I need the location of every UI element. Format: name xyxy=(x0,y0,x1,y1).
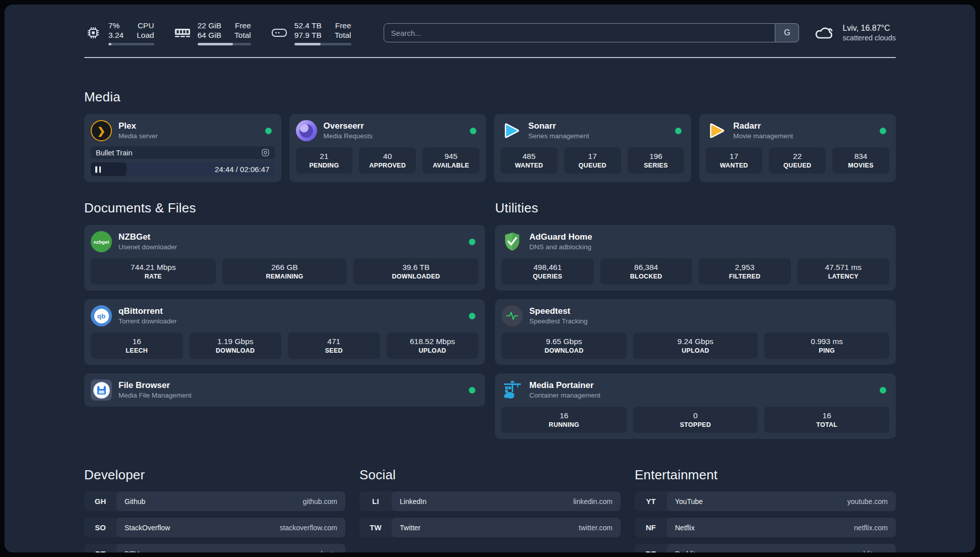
app-subtitle: Movie management xyxy=(733,132,874,141)
weather-location-temp: Lviv, 16.87°C xyxy=(842,23,896,33)
stat-blocked: 86,384 BLOCKED xyxy=(600,258,693,285)
bookmark-abbr: NF xyxy=(635,518,667,537)
stat-filtered: 2,953 FILTERED xyxy=(699,258,791,285)
app-card-filebrowser[interactable]: File Browser Media File Management xyxy=(84,373,485,407)
status-dot-online xyxy=(469,313,475,319)
topbar: 7% 3.24 CPU Load xyxy=(84,19,896,47)
section-title-social: Social xyxy=(359,467,621,483)
memory-progress-bar xyxy=(198,43,251,45)
bookmark-name: YouTube xyxy=(675,497,703,506)
section-title-entertainment: Entertainment xyxy=(635,467,896,483)
disk-icon xyxy=(270,25,288,40)
search-engine-button[interactable]: G xyxy=(775,23,799,42)
section-social: Social LI LinkedIn linkedin.com TW Twitt… xyxy=(359,467,621,552)
bookmark-name: DEV xyxy=(125,550,139,553)
now-playing-title: Bullet Train xyxy=(96,149,133,157)
memory-metric: 22 GiB 64 GiB Free Total xyxy=(173,21,251,45)
bookmark-name: Netflix xyxy=(675,524,695,532)
bookmark-name: Reddit xyxy=(675,550,695,553)
bookmark-dev[interactable]: DT DEV dev.to xyxy=(84,544,345,552)
bookmark-name: Github xyxy=(125,497,145,506)
memory-progress-fill xyxy=(198,43,233,45)
weather-widget: Lviv, 16.87°C scattered clouds xyxy=(814,23,896,43)
memory-free-value: 22 GiB xyxy=(198,21,221,30)
session-icon[interactable] xyxy=(261,148,270,157)
bookmark-name: LinkedIn xyxy=(400,497,426,506)
plex-icon: ❯ xyxy=(91,120,112,141)
app-card-overseerr[interactable]: Overseerr Media Requests 21 PENDING 40 A… xyxy=(289,114,486,182)
stat-stopped: 0 STOPPED xyxy=(633,407,758,433)
app-card-sonarr[interactable]: Sonarr Series management 485 WANTED 17 Q… xyxy=(494,114,691,182)
app-card-portainer[interactable]: Media Portainer Container management 16 … xyxy=(495,373,896,439)
weather-condition: scattered clouds xyxy=(842,33,896,43)
stat-total: 16 TOTAL xyxy=(764,407,889,433)
section-title-utilities: Utilities xyxy=(495,200,896,216)
bookmark-reddit[interactable]: RE Reddit reddit.com xyxy=(635,544,896,552)
window-frame: 7% 3.24 CPU Load xyxy=(0,0,980,557)
section-title-developer: Developer xyxy=(84,467,345,483)
cpu-load-label: Load xyxy=(137,30,154,40)
app-title: Sonarr xyxy=(528,121,668,132)
bookmark-twitter[interactable]: TW Twitter twitter.com xyxy=(359,518,621,537)
section-title-documents: Documents & Files xyxy=(84,200,485,216)
bookmark-abbr: TW xyxy=(359,518,392,537)
playback-time: 24:44 / 02:06:47 xyxy=(215,162,269,176)
app-card-adguard[interactable]: AdGuard Home DNS and adblocking 498,461 … xyxy=(495,225,896,291)
bookmark-youtube[interactable]: YT YouTube youtube.com xyxy=(635,491,896,511)
bookmark-linkedin[interactable]: LI LinkedIn linkedin.com xyxy=(359,491,621,511)
cpu-usage-value: 7% xyxy=(108,21,124,30)
bookmark-github[interactable]: GH Github github.com xyxy=(84,491,345,511)
stat-latency: 47.571 ms LATENCY xyxy=(798,258,890,285)
app-card-qbittorrent[interactable]: qb qBittorrent Torrent downloader 16 LEE… xyxy=(84,299,485,365)
search-input[interactable] xyxy=(384,24,799,42)
stat-seed: 471 SEED xyxy=(288,332,380,359)
playback-progress-bar[interactable]: 24:44 / 02:06:47 xyxy=(91,162,275,176)
bookmark-url: github.com xyxy=(303,497,337,506)
bookmark-url: reddit.com xyxy=(855,550,888,553)
app-card-plex[interactable]: ❯ Plex Media server Bullet Train xyxy=(84,114,281,182)
section-title-media: Media xyxy=(84,89,896,105)
cpu-metric: 7% 3.24 CPU Load xyxy=(84,21,154,45)
cpu-label: CPU xyxy=(137,21,154,30)
overseerr-icon xyxy=(296,120,317,141)
bookmark-url: twitter.com xyxy=(579,524,612,532)
app-title: Speedtest xyxy=(529,306,889,317)
app-title: Overseerr xyxy=(324,121,464,132)
bookmark-url: stackoverflow.com xyxy=(280,524,337,532)
section-media: Media ❯ Plex Media server Bullet Train xyxy=(84,89,896,182)
stat-upload: 618.52 Mbps UPLOAD xyxy=(387,332,479,359)
disk-metric: 52.4 TB 97.9 TB Free Total xyxy=(270,21,351,45)
app-subtitle: Usenet downloader xyxy=(118,243,462,252)
stat-running: 16 RUNNING xyxy=(502,407,627,433)
bookmark-netflix[interactable]: NF Netflix netflix.com xyxy=(635,518,896,537)
disk-progress-fill xyxy=(294,43,321,45)
cpu-progress-bar xyxy=(108,43,154,45)
bookmark-abbr: LI xyxy=(359,491,392,511)
app-title: NZBGet xyxy=(118,232,462,243)
section-documents: Documents & Files nzbget NZBGet Usenet d… xyxy=(84,200,485,407)
app-subtitle: Speedtest Tracking xyxy=(529,317,889,326)
status-dot-online xyxy=(880,128,886,134)
section-utilities: Utilities AdGuard Home xyxy=(495,200,896,439)
app-card-radarr[interactable]: Radarr Movie management 17 WANTED 22 QUE… xyxy=(699,114,896,182)
stat-series: 196 SERIES xyxy=(628,147,685,174)
disk-progress-bar xyxy=(294,43,351,45)
app-card-nzbget[interactable]: nzbget NZBGet Usenet downloader 744.21 M… xyxy=(84,225,485,291)
ram-icon xyxy=(173,26,192,39)
bookmark-abbr: SO xyxy=(84,518,116,537)
bookmark-stackoverflow[interactable]: SO StackOverflow stackoverflow.com xyxy=(84,518,345,537)
bookmark-url: netflix.com xyxy=(854,524,888,532)
app-card-speedtest[interactable]: Speedtest Speedtest Tracking 9.65 Gbps D… xyxy=(495,299,896,365)
stat-downloaded: 39.6 TB DOWNLOADED xyxy=(353,258,478,285)
cpu-progress-fill xyxy=(108,43,111,45)
stat-remaining: 266 GB REMAINING xyxy=(222,258,347,285)
stat-leech: 16 LEECH xyxy=(91,332,183,359)
bookmark-abbr: YT xyxy=(635,491,667,511)
disk-total-value: 97.9 TB xyxy=(294,30,322,40)
app-title: Media Portainer xyxy=(529,380,873,391)
app-subtitle: Torrent downloader xyxy=(118,317,462,326)
portainer-icon xyxy=(502,379,523,401)
dashboard-page: 7% 3.24 CPU Load xyxy=(5,5,975,552)
status-dot-online xyxy=(675,128,682,134)
pause-button[interactable] xyxy=(95,166,101,173)
